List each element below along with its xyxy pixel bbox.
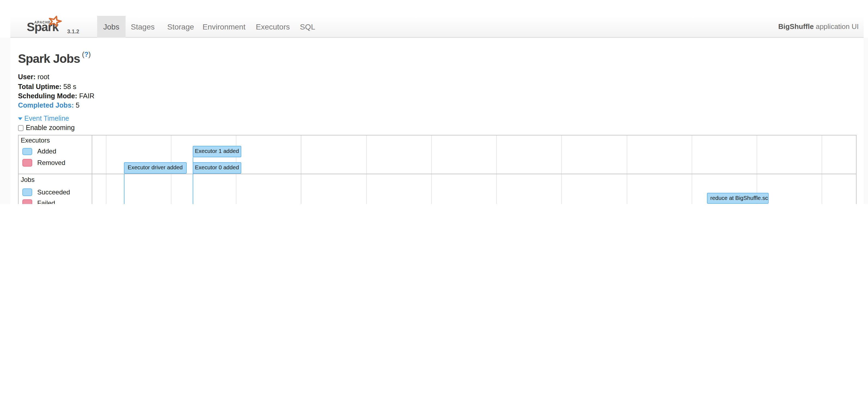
svg-text:APACHE: APACHE (34, 20, 51, 24)
